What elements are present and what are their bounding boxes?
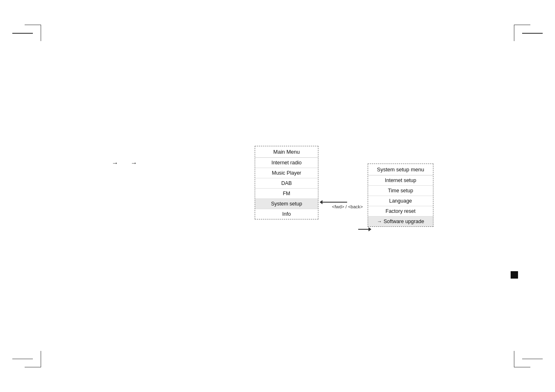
fwd-back-label: <fwd> / <back> [332,204,363,209]
arrow-forward-1: → [112,159,118,167]
back-arrow-connector [320,200,347,204]
menu-item-internet-radio[interactable]: Internet radio [255,158,318,168]
menu-item-internet-setup[interactable]: Internet setup [368,175,433,186]
menu-item-language[interactable]: Language [368,196,433,206]
menu-item-music-player[interactable]: Music Player [255,168,318,178]
software-upgrade-label: Software upgrade [384,219,424,224]
page-marker-square [511,271,518,279]
corner-mark-bl-h [12,359,33,360]
sw-arrow-line [358,229,368,230]
corner-mark-br-h [522,359,543,360]
corner-mark-tl-h [12,33,33,34]
sw-arrow-head-icon [368,227,371,231]
main-menu-box: Main Menu Internet radio Music Player DA… [255,146,318,219]
arrow-forward-2: → [131,159,137,167]
menu-item-system-setup[interactable]: System setup [255,199,318,209]
menu-item-software-upgrade[interactable]: → Software upgrade [368,217,433,226]
navigation-arrows: → → [112,159,137,167]
corner-mark-tr-h [522,33,543,34]
menu-item-info[interactable]: Info [255,209,318,219]
menu-item-dab[interactable]: DAB [255,178,318,189]
menu-item-factory-reset[interactable]: Factory reset [368,206,433,217]
menu-item-time-setup[interactable]: Time setup [368,186,433,196]
menu-item-fm[interactable]: FM [255,189,318,199]
system-setup-menu-box: System setup menu Internet setup Time se… [368,164,433,227]
main-menu-title: Main Menu [255,146,318,158]
arrow-head-left-icon [320,200,322,204]
sw-upgrade-arrow [358,227,371,231]
corner-mark-br [514,351,530,367]
arrow-line-h [322,202,347,203]
system-setup-menu-title: System setup menu [368,164,433,175]
corner-mark-bl [25,351,41,367]
software-upgrade-arrow-icon: → [377,219,382,224]
